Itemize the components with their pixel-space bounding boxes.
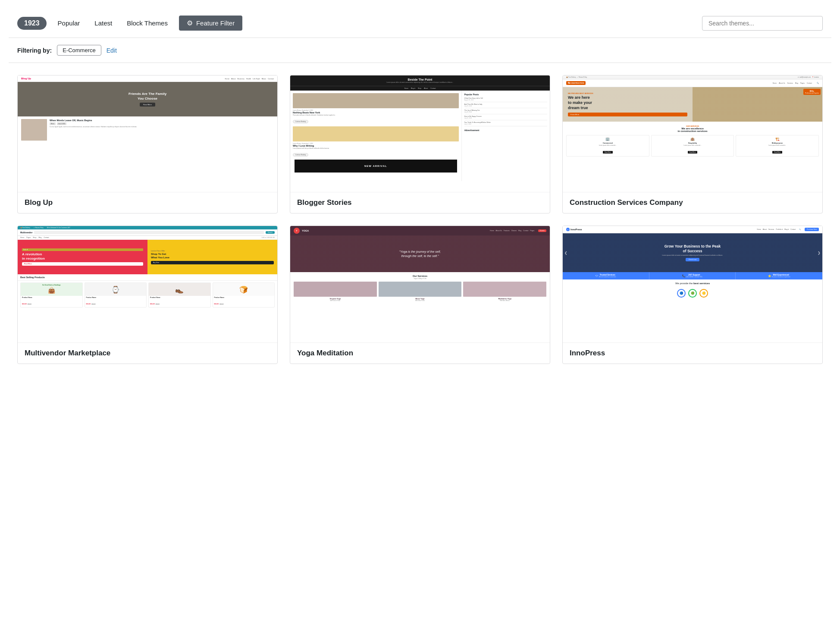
latest-nav-btn[interactable]: Latest <box>91 18 116 28</box>
theme-card-yoga[interactable]: Y YOGA HomeAbout UsFeaturesClassesBlogCo… <box>290 226 550 364</box>
theme-name-innopress: InnoPress <box>563 342 822 364</box>
feature-filter-button[interactable]: ⚙ Feature Filter <box>179 16 242 31</box>
theme-card-blogger-stories[interactable]: Beside The Point Lorem ipsum dolor sit a… <box>290 75 550 213</box>
search-wrapper <box>702 16 823 31</box>
search-input[interactable] <box>702 16 823 31</box>
theme-name-construction: Construction Services Company <box>563 192 822 213</box>
theme-name-blogger-stories: Blogger Stories <box>290 192 550 213</box>
theme-name-yoga: Yoga Meditation <box>290 342 550 364</box>
theme-screenshot-blog-up: Blog Up HomeAboutBusinessHealthLife Styl… <box>18 75 277 192</box>
filtering-row: Filtering by: E-Commerce Edit <box>9 38 831 63</box>
popular-nav-btn[interactable]: Popular <box>54 18 84 28</box>
theme-screenshot-construction: 📦 Free Delivery ↩ Returns Policy ✉ mail@… <box>563 75 822 192</box>
filter-bar: 1923 Popular Latest Block Themes ⚙ Featu… <box>9 9 831 38</box>
theme-screenshot-blogger-stories: Beside The Point Lorem ipsum dolor sit a… <box>290 75 550 192</box>
filtering-by-label: Filtering by: <box>17 47 52 54</box>
theme-count-badge: 1923 <box>17 17 47 30</box>
theme-screenshot-innopress: ● InnoPress HomeAboutServicesPortfolio ▾… <box>563 226 822 342</box>
page-wrapper: 1923 Popular Latest Block Themes ⚙ Featu… <box>0 0 840 640</box>
theme-screenshot-yoga: Y YOGA HomeAbout UsFeaturesClassesBlogCo… <box>290 226 550 342</box>
edit-filter-link[interactable]: Edit <box>107 47 117 54</box>
theme-name-blog-up: Blog Up <box>18 192 277 213</box>
theme-screenshot-multivendor: 🚚 Free Delivery ↩ Returns Policy We're D… <box>18 226 277 342</box>
gear-icon: ⚙ <box>187 19 193 27</box>
themes-grid: Blog Up HomeAboutBusinessHealthLife Styl… <box>9 63 831 376</box>
theme-card-multivendor[interactable]: 🚚 Free Delivery ↩ Returns Policy We're D… <box>17 226 278 364</box>
theme-card-blog-up[interactable]: Blog Up HomeAboutBusinessHealthLife Styl… <box>17 75 278 213</box>
block-themes-nav-btn[interactable]: Block Themes <box>123 18 171 28</box>
ecommerce-filter-tag: E-Commerce <box>57 45 101 56</box>
theme-card-innopress[interactable]: ● InnoPress HomeAboutServicesPortfolio ▾… <box>562 226 823 364</box>
theme-card-construction[interactable]: 📦 Free Delivery ↩ Returns Policy ✉ mail@… <box>562 75 823 213</box>
theme-name-multivendor: Multivendor Marketplace <box>18 342 277 364</box>
feature-filter-label: Feature Filter <box>196 19 235 27</box>
